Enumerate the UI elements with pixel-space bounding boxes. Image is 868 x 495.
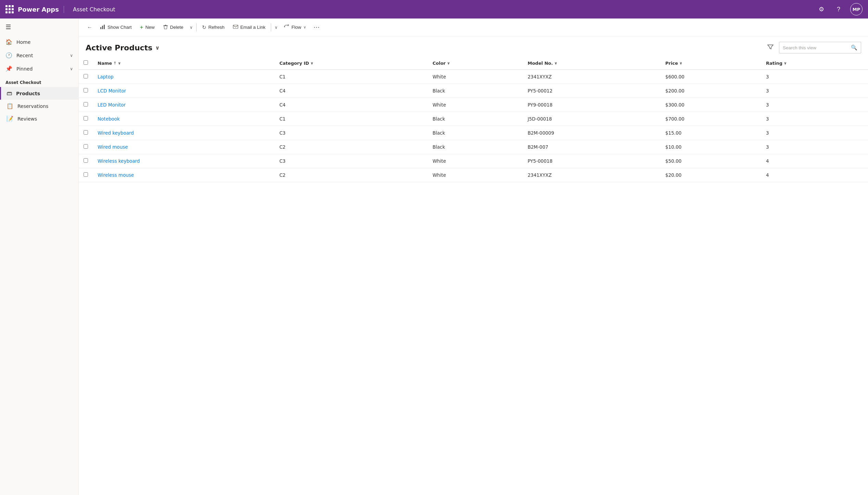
delete-button[interactable]: Delete: [160, 22, 187, 33]
settings-button[interactable]: ⚙: [816, 4, 827, 15]
sidebar: ☰ 🏠 Home 🕐 Recent ∨ 📌 Pinned ∨ Asset Che…: [0, 18, 79, 495]
view-title-text: Active Products: [86, 44, 152, 52]
new-button[interactable]: + New: [137, 22, 158, 33]
delete-dropdown-button[interactable]: ∨: [188, 23, 194, 32]
row-price-cell: $600.00: [661, 70, 761, 84]
email-link-label: Email a Link: [240, 25, 266, 30]
row-checkbox[interactable]: [84, 172, 88, 177]
email-link-button[interactable]: Email a Link: [229, 22, 269, 32]
back-button[interactable]: ←: [84, 22, 95, 33]
view-title-chevron-icon: ∨: [155, 45, 160, 51]
sidebar-pinned-label: Pinned: [16, 66, 33, 72]
help-button[interactable]: ?: [833, 4, 844, 15]
sidebar-item-recent[interactable]: 🕐 Recent ∨: [0, 49, 78, 62]
sidebar-item-products[interactable]: 🗃 Products: [0, 87, 78, 100]
row-color-cell: Black: [428, 112, 523, 126]
pinned-icon: 📌: [5, 65, 12, 72]
category-chevron-icon: ∨: [311, 61, 314, 65]
row-category-cell: C1: [275, 70, 428, 84]
row-model-cell: PY9-00018: [523, 98, 661, 112]
show-chart-button[interactable]: Show Chart: [97, 22, 135, 33]
table-row: Notebook C1 Black J5D-00018 $700.00 3: [79, 112, 868, 126]
recent-icon: 🕐: [5, 52, 12, 59]
new-label: New: [145, 25, 154, 30]
model-chevron-icon: ∨: [554, 61, 557, 65]
row-name-cell: Notebook: [93, 112, 275, 126]
sidebar-item-reservations[interactable]: 📋 Reservations: [0, 100, 78, 112]
col-header-name[interactable]: Name ↑ ∨: [93, 57, 275, 70]
col-header-price[interactable]: Price ∨: [661, 57, 761, 70]
row-name-link[interactable]: Wired mouse: [98, 144, 128, 150]
svg-rect-2: [104, 25, 105, 29]
row-name-cell: LCD Monitor: [93, 84, 275, 98]
row-name-link[interactable]: Wireless mouse: [98, 172, 134, 178]
col-name-label: Name: [98, 61, 112, 66]
search-box: 🔍: [779, 42, 861, 53]
svg-rect-5: [233, 25, 238, 28]
row-check-cell: [79, 70, 93, 84]
sidebar-reservations-label: Reservations: [17, 103, 48, 109]
row-checkbox[interactable]: [84, 130, 88, 135]
select-all-col: [79, 57, 93, 70]
row-name-link[interactable]: LED Monitor: [98, 102, 126, 108]
sidebar-item-pinned[interactable]: 📌 Pinned ∨: [0, 62, 78, 75]
col-header-color[interactable]: Color ∨: [428, 57, 523, 70]
app-grid-icon[interactable]: [5, 5, 14, 13]
col-category-label: Category ID: [279, 61, 309, 66]
sidebar-item-home[interactable]: 🏠 Home: [0, 35, 78, 49]
view-header-right: 🔍: [765, 42, 861, 53]
row-name-link[interactable]: Wireless keyboard: [98, 158, 140, 164]
row-check-cell: [79, 140, 93, 154]
toolbar-separator-1: [196, 23, 197, 32]
toolbar: ← Show Chart + New: [79, 18, 868, 36]
row-checkbox[interactable]: [84, 102, 88, 107]
row-color-cell: Black: [428, 126, 523, 140]
row-checkbox[interactable]: [84, 116, 88, 121]
row-checkbox[interactable]: [84, 144, 88, 149]
search-input[interactable]: [779, 43, 847, 53]
row-checkbox[interactable]: [84, 158, 88, 163]
reviews-icon: 📝: [7, 115, 13, 122]
email-dropdown-button[interactable]: ∨: [273, 23, 279, 32]
col-model-label: Model No.: [528, 61, 553, 66]
row-name-link[interactable]: Laptop: [98, 74, 114, 79]
row-checkbox[interactable]: [84, 88, 88, 92]
row-category-cell: C2: [275, 168, 428, 182]
sidebar-recent-label: Recent: [16, 53, 33, 58]
hamburger-menu[interactable]: ☰: [0, 18, 78, 35]
row-name-cell: Laptop: [93, 70, 275, 84]
row-rating-cell: 3: [761, 84, 868, 98]
row-name-link[interactable]: Wired keyboard: [98, 130, 134, 136]
more-options-button[interactable]: ···: [311, 22, 323, 33]
table-header-row: Name ↑ ∨ Category ID ∨: [79, 57, 868, 70]
search-button[interactable]: 🔍: [847, 42, 861, 53]
refresh-button[interactable]: ↻ Refresh: [199, 22, 228, 33]
sidebar-section-title: Asset Checkout: [0, 75, 78, 87]
svg-rect-1: [102, 26, 103, 29]
brand-label: Power Apps: [18, 6, 64, 13]
row-name-link[interactable]: Notebook: [98, 116, 120, 122]
user-avatar[interactable]: MP: [850, 3, 863, 15]
filter-button[interactable]: [765, 42, 776, 53]
row-price-cell: $700.00: [661, 112, 761, 126]
row-price-cell: $10.00: [661, 140, 761, 154]
table-row: Wireless mouse C2 White 2341XYXZ $20.00 …: [79, 168, 868, 182]
select-all-checkbox[interactable]: [84, 60, 88, 65]
row-name-cell: LED Monitor: [93, 98, 275, 112]
view-title[interactable]: Active Products ∨: [86, 44, 160, 52]
row-name-cell: Wireless keyboard: [93, 154, 275, 168]
row-color-cell: White: [428, 154, 523, 168]
row-category-cell: C4: [275, 98, 428, 112]
flow-button[interactable]: Flow ∨: [280, 22, 310, 33]
row-model-cell: J5D-00018: [523, 112, 661, 126]
col-header-model[interactable]: Model No. ∨: [523, 57, 661, 70]
view-header: Active Products ∨ 🔍: [79, 36, 868, 57]
row-checkbox[interactable]: [84, 74, 88, 78]
col-header-category[interactable]: Category ID ∨: [275, 57, 428, 70]
row-category-cell: C3: [275, 154, 428, 168]
name-chevron-icon: ∨: [118, 61, 121, 65]
sidebar-item-reviews[interactable]: 📝 Reviews: [0, 112, 78, 125]
sidebar-products-label: Products: [16, 91, 40, 96]
row-name-link[interactable]: LCD Monitor: [98, 88, 126, 94]
col-header-rating[interactable]: Rating ∨: [761, 57, 868, 70]
